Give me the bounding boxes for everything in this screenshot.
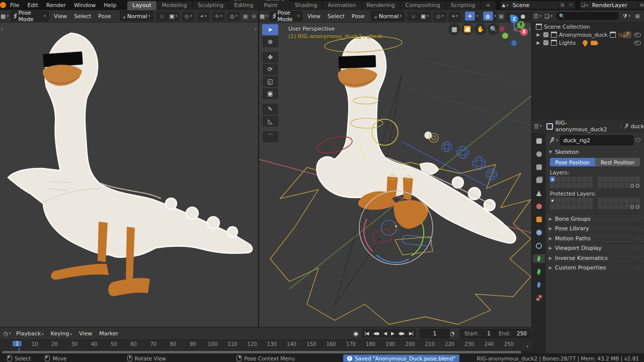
workspace-tab-rendering[interactable]: Rendering — [362, 1, 400, 10]
layer-cell[interactable] — [619, 198, 624, 203]
properties-tab-view-layer[interactable] — [533, 176, 545, 185]
jump-to-end-button[interactable]: ▶| — [407, 331, 415, 336]
menu-select[interactable]: Select — [324, 13, 348, 20]
proportional-edit-icon[interactable]: ◎▾ — [183, 12, 193, 21]
layer-cell[interactable] — [598, 198, 603, 203]
menu-view[interactable]: View — [50, 13, 70, 20]
transform-orientation[interactable]: ⟓ Normal▾ — [120, 11, 153, 21]
properties-tab-object-data-armature[interactable] — [533, 254, 545, 263]
workspace-tab-scripting[interactable]: Scripting — [446, 1, 481, 10]
play-reverse-button[interactable]: ◀ — [381, 331, 388, 336]
layer-cell[interactable] — [550, 183, 555, 188]
layer-cell[interactable] — [624, 198, 629, 203]
gizmo-icon[interactable]: ✛▾ — [213, 12, 223, 21]
properties-tab-output[interactable] — [533, 163, 545, 171]
view-layer-selector[interactable]: ❏▾ RenderLayer ⧉ ✕ — [580, 1, 644, 10]
scene-selector[interactable]: ▲▾ Scene ⧉ ✕ — [500, 1, 576, 10]
expand-arrow-icon[interactable]: ▶ — [535, 40, 542, 45]
layer-cell[interactable] — [577, 176, 582, 182]
layer-cell[interactable] — [555, 198, 560, 203]
layer-cell[interactable] — [619, 183, 624, 188]
menu-view[interactable]: View — [75, 330, 96, 337]
layer-cell[interactable] — [582, 176, 587, 182]
workspace-tab-animation[interactable]: Animation — [323, 1, 361, 10]
panel-motion-paths[interactable]: ▶Motion Paths:::: — [546, 233, 644, 243]
layer-cell[interactable] — [630, 198, 635, 203]
layer-cell[interactable] — [608, 198, 613, 203]
play-button[interactable]: ▶ — [389, 331, 396, 336]
viewport-left[interactable]: ▦▾ 🮲 Pose Mode▾ View Select Pose ⟓ Norma… — [0, 10, 258, 327]
layer-cell[interactable] — [635, 204, 640, 209]
layer-cell[interactable] — [588, 198, 593, 203]
armature-name-input[interactable]: duck_rig2 — [560, 135, 633, 145]
layer-cell[interactable] — [560, 198, 566, 203]
workspace-tab-modeling[interactable]: Modeling — [157, 1, 193, 10]
viewport-middle[interactable]: ▦▾ 🮲 Pose Mode▾ View Select Pose ⟓ Norma… — [259, 10, 532, 327]
outliner-search-input[interactable]: 🔍 — [556, 12, 619, 20]
menu-select[interactable]: Select — [70, 13, 95, 20]
layer-cell[interactable] — [624, 176, 629, 182]
tool-cursor[interactable]: ⊕ — [262, 36, 278, 47]
expand-arrow-icon[interactable]: ▶ — [535, 32, 542, 37]
properties-tab-texture[interactable] — [533, 294, 545, 302]
scene-name[interactable]: Scene — [510, 2, 558, 9]
select-visibility-icon[interactable]: ⌖▾ — [450, 12, 460, 21]
layer-cell[interactable] — [577, 198, 582, 203]
panel-inverse-kinematics[interactable]: ▶Inverse Kinematics:::: — [546, 253, 644, 263]
menu-playback[interactable]: Playback▾ — [13, 330, 47, 337]
transform-orientation[interactable]: ⟓ Normal▾ — [371, 11, 405, 21]
new-scene-icon[interactable]: ⧉ — [558, 1, 567, 9]
layer-cell[interactable] — [624, 204, 629, 209]
layer-cell[interactable] — [582, 204, 587, 209]
outliner-filter-id-icon[interactable]: ❏▾ — [543, 12, 553, 21]
jump-to-start-button[interactable]: |◀ — [363, 331, 371, 336]
layer-cell[interactable] — [560, 204, 566, 209]
toggle-perspective-icon[interactable]: ▦ — [448, 23, 460, 35]
layer-cell[interactable] — [630, 204, 635, 209]
layer-cell[interactable] — [582, 183, 587, 188]
layer-cell[interactable] — [630, 176, 635, 182]
layer-cell[interactable] — [608, 204, 613, 209]
hide-viewport-eye-icon[interactable] — [634, 33, 641, 37]
snap-magnet-icon[interactable]: ∪ — [409, 12, 419, 21]
camera-view-icon[interactable]: 🎦 — [461, 23, 473, 35]
workspace-tab-shading[interactable]: Shading — [290, 1, 323, 10]
sidebar-expand-arrow[interactable]: ‹ — [529, 26, 531, 32]
tool-move[interactable]: ✥ — [262, 52, 278, 63]
topbar-menu-window[interactable]: Window — [70, 2, 100, 9]
next-keyframe-button[interactable]: ◆▶ — [396, 331, 407, 336]
use-preview-range-clock-icon[interactable]: ◔ — [447, 329, 457, 338]
layer-cell[interactable] — [550, 204, 555, 209]
tool-pose-breakdowner[interactable]: ⌒ — [262, 131, 278, 142]
properties-tab-render[interactable] — [533, 150, 545, 158]
tool-rotate[interactable]: ⟳ — [262, 64, 278, 75]
workspace-tab--[interactable]: + — [481, 1, 496, 10]
layer-cell[interactable] — [635, 183, 640, 188]
layer-cell[interactable] — [614, 204, 619, 209]
layer-cell[interactable] — [603, 204, 608, 209]
layer-cell[interactable] — [566, 204, 571, 209]
layer-cell[interactable] — [560, 176, 566, 182]
layer-cell[interactable] — [566, 183, 571, 188]
timeline-ruler[interactable]: 1102030405060708090100110120130140150160… — [0, 339, 532, 350]
editor-type-icon[interactable]: ☰▾ — [533, 122, 543, 131]
layer-cell[interactable] — [555, 204, 560, 209]
menu-keying[interactable]: Keying▾ — [47, 330, 75, 337]
menu-pose[interactable]: Pose — [95, 13, 114, 20]
snap-target-icon[interactable]: ▣▾ — [420, 12, 430, 21]
snap-target-icon[interactable]: ▣▾ — [168, 12, 178, 21]
layer-cell[interactable] — [550, 198, 555, 203]
overlays-icon[interactable]: ◍ — [483, 12, 493, 21]
layer-cell[interactable] — [598, 204, 603, 209]
properties-tab-scene[interactable] — [533, 189, 545, 198]
layer-cell[interactable] — [608, 176, 613, 182]
layer-cell[interactable] — [635, 176, 640, 182]
layer-cell[interactable] — [572, 176, 577, 182]
properties-tab-bone[interactable] — [533, 267, 545, 276]
xray-icon[interactable]: ▣ — [242, 12, 249, 21]
shading-wireframe-icon[interactable]: ⊕ — [250, 12, 258, 21]
panel-viewport-display[interactable]: ▶Viewport Display:::: — [546, 243, 644, 253]
layer-cell[interactable] — [582, 198, 587, 203]
panel-pose-library[interactable]: ▶Pose Library:::: — [546, 224, 644, 234]
layer-cell[interactable] — [614, 176, 619, 182]
